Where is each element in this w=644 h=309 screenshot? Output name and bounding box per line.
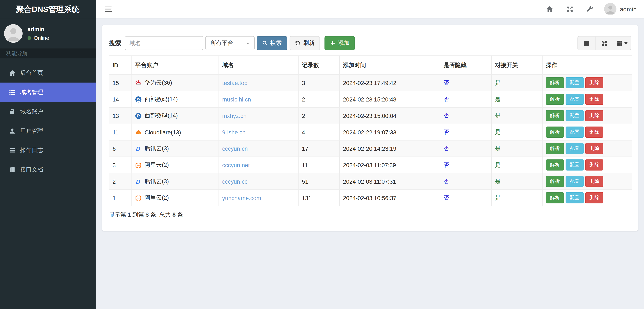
domain-link[interactable]: 91she.cn bbox=[222, 129, 246, 136]
switch-toggle[interactable]: 是 bbox=[495, 161, 500, 168]
hidden-toggle[interactable]: 否 bbox=[444, 161, 449, 168]
domain-link[interactable]: testae.top bbox=[222, 80, 248, 86]
delete-button[interactable]: 删除 bbox=[585, 160, 603, 170]
sidebar-item-users[interactable]: 用户管理 bbox=[0, 121, 96, 140]
platform-label: 西部数码(14) bbox=[144, 96, 178, 103]
cell-platform: D腾讯云(3) bbox=[132, 173, 219, 190]
cell-added: 2024-02-03 10:56:37 bbox=[340, 190, 440, 206]
cell-actions: 解析配置删除 bbox=[542, 190, 632, 206]
cell-added: 2024-02-03 11:07:39 bbox=[340, 157, 440, 173]
col-domain: 域名 bbox=[219, 56, 298, 74]
search-button[interactable]: 搜索 bbox=[257, 36, 287, 50]
search-input[interactable] bbox=[125, 36, 203, 50]
sidebar-user-status[interactable]: Online bbox=[28, 35, 49, 41]
platform-label: 腾讯云(3) bbox=[144, 178, 169, 185]
config-button[interactable]: 配置 bbox=[566, 192, 584, 203]
switch-toggle[interactable]: 是 bbox=[495, 79, 500, 86]
switch-toggle[interactable]: 是 bbox=[495, 112, 500, 118]
add-button[interactable]: 添加 bbox=[324, 36, 355, 50]
resolve-button[interactable]: 解析 bbox=[546, 160, 564, 170]
config-button[interactable]: 配置 bbox=[566, 143, 584, 154]
switch-toggle[interactable]: 是 bbox=[495, 194, 500, 200]
domain-link[interactable]: cccyun.cn bbox=[222, 145, 248, 152]
cell-id: 6 bbox=[109, 140, 132, 157]
delete-button[interactable]: 删除 bbox=[585, 143, 603, 154]
svg-text:D: D bbox=[136, 178, 140, 185]
refresh-button[interactable]: 刷新 bbox=[290, 36, 320, 50]
delete-button[interactable]: 删除 bbox=[585, 77, 603, 88]
sidebar-item-domains[interactable]: 域名管理 bbox=[0, 82, 96, 102]
topbar-user[interactable]: admin bbox=[604, 3, 636, 15]
resolve-button[interactable]: 解析 bbox=[546, 143, 564, 154]
delete-button[interactable]: 删除 bbox=[585, 94, 603, 105]
config-button[interactable]: 配置 bbox=[566, 160, 584, 170]
domain-link[interactable]: cccyun.net bbox=[222, 162, 250, 168]
cell-id: 1 bbox=[109, 190, 132, 206]
platform-select-value: 所有平台 bbox=[210, 40, 233, 47]
hidden-toggle[interactable]: 否 bbox=[444, 145, 449, 152]
fullscreen-icon[interactable] bbox=[566, 6, 574, 12]
hidden-toggle[interactable]: 否 bbox=[444, 112, 449, 118]
dnspod-icon: D bbox=[135, 145, 142, 152]
switch-toggle[interactable]: 是 bbox=[495, 128, 500, 135]
platform-select[interactable]: 所有平台 bbox=[206, 36, 255, 50]
cell-domain: testae.top bbox=[219, 74, 298, 91]
wrench-icon[interactable] bbox=[586, 6, 594, 12]
online-dot-icon bbox=[28, 36, 31, 40]
hidden-toggle[interactable]: 否 bbox=[444, 128, 449, 135]
cell-domain: 91she.cn bbox=[219, 124, 298, 140]
sidebar-item-label: 域名账户 bbox=[20, 108, 43, 115]
cell-id: 13 bbox=[109, 107, 132, 124]
detail-view-button[interactable] bbox=[578, 37, 596, 50]
sidebar-item-accounts[interactable]: 域名账户 bbox=[0, 102, 96, 121]
cell-actions: 解析配置删除 bbox=[542, 124, 632, 140]
delete-button[interactable]: 删除 bbox=[585, 192, 603, 203]
hidden-toggle[interactable]: 否 bbox=[444, 79, 449, 86]
delete-button[interactable]: 删除 bbox=[585, 110, 603, 121]
sidebar-user-panel: admin Online bbox=[0, 18, 96, 48]
cell-id: 14 bbox=[109, 91, 132, 108]
domain-link[interactable]: mxhyz.cn bbox=[222, 112, 246, 119]
columns-button[interactable] bbox=[613, 37, 631, 50]
cell-records: 2 bbox=[298, 91, 340, 108]
hidden-toggle[interactable]: 否 bbox=[444, 96, 449, 102]
delete-button[interactable]: 删除 bbox=[585, 126, 603, 138]
resolve-button[interactable]: 解析 bbox=[546, 192, 564, 203]
add-button-label: 添加 bbox=[338, 40, 350, 47]
fullscreen-table-button[interactable] bbox=[596, 37, 613, 50]
cell-records: 51 bbox=[298, 173, 340, 190]
config-button[interactable]: 配置 bbox=[566, 176, 584, 187]
table-row: 2D腾讯云(3)cccyun.cc512024-02-03 11:07:31否是… bbox=[109, 173, 632, 190]
resolve-button[interactable]: 解析 bbox=[546, 110, 564, 121]
hidden-toggle[interactable]: 否 bbox=[444, 194, 449, 200]
platform-label: 腾讯云(3) bbox=[144, 145, 169, 152]
config-button[interactable]: 配置 bbox=[566, 94, 584, 105]
cell-domain: mxhyz.cn bbox=[219, 107, 298, 124]
config-button[interactable]: 配置 bbox=[566, 110, 584, 121]
sidebar-item-home[interactable]: 后台首页 bbox=[0, 63, 96, 83]
switch-toggle[interactable]: 是 bbox=[495, 96, 500, 102]
table-row: 6D腾讯云(3)cccyun.cn172024-02-20 14:23:19否是… bbox=[109, 140, 632, 157]
book-icon bbox=[9, 166, 16, 173]
app-window: 聚合DNS管理系统 admin Online 功能导航 后台首页域名管理域名账户… bbox=[0, 0, 644, 309]
domain-link[interactable]: music.hi.cn bbox=[222, 96, 251, 102]
switch-toggle[interactable]: 是 bbox=[495, 178, 500, 184]
sidebar-item-label: 用户管理 bbox=[20, 127, 43, 134]
resolve-button[interactable]: 解析 bbox=[546, 176, 564, 187]
domain-link[interactable]: cccyun.cc bbox=[222, 178, 248, 185]
config-button[interactable]: 配置 bbox=[566, 126, 584, 138]
sidebar-item-docs[interactable]: 接口文档 bbox=[0, 160, 96, 179]
sidebar-item-logs[interactable]: 操作日志 bbox=[0, 140, 96, 160]
resolve-button[interactable]: 解析 bbox=[546, 77, 564, 88]
domain-link[interactable]: yuncname.com bbox=[222, 194, 261, 201]
home-icon[interactable] bbox=[546, 6, 553, 12]
hidden-toggle[interactable]: 否 bbox=[444, 178, 449, 184]
cell-hidden: 否 bbox=[440, 157, 492, 173]
table-header-row: ID 平台账户 域名 记录数 添加时间 是否隐藏 对接开关 操作 bbox=[109, 56, 632, 74]
hamburger-icon[interactable] bbox=[105, 6, 112, 12]
delete-button[interactable]: 删除 bbox=[585, 176, 603, 187]
config-button[interactable]: 配置 bbox=[566, 77, 584, 88]
resolve-button[interactable]: 解析 bbox=[546, 126, 564, 138]
resolve-button[interactable]: 解析 bbox=[546, 94, 564, 105]
switch-toggle[interactable]: 是 bbox=[495, 145, 500, 152]
